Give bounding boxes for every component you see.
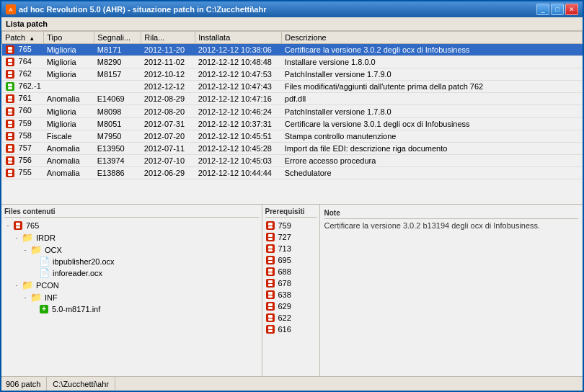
prereq-item[interactable]: 629 — [265, 300, 317, 312]
tree-item[interactable]: -📁IRDR — [4, 231, 259, 244]
tree-label: inforeader.ocx — [53, 269, 102, 277]
svg-rect-40 — [268, 226, 273, 228]
table-row[interactable]: 762.-1 2012-12-12 2012-12-12 10:47:43 Fi… — [2, 81, 583, 93]
patch-icon — [5, 107, 15, 117]
tree-label: ibpublisher20.ocx — [53, 257, 115, 266]
svg-rect-26 — [8, 149, 12, 151]
cell-segnali: E13974 — [94, 154, 141, 166]
patch-icon — [5, 143, 15, 153]
table-row[interactable]: 761 Anomalia E14069 2012-08-29 2012-12-1… — [2, 93, 583, 105]
tree-item[interactable]: +5.0-m8171.inf — [4, 303, 259, 315]
patch-icon — [5, 168, 15, 178]
tree-expand[interactable]: - — [22, 246, 29, 254]
prereq-item[interactable]: 695 — [265, 254, 317, 266]
cell-rilascio: 2012-12-12 — [141, 81, 195, 93]
tree-icon: 📄 — [39, 257, 50, 267]
prereq-icon — [265, 313, 275, 323]
svg-rect-20 — [8, 125, 12, 127]
prereq-item[interactable]: 713 — [265, 243, 317, 254]
tree-icon: 📁 — [30, 244, 42, 255]
cell-patch: 765 — [2, 44, 44, 56]
main-table-container[interactable]: Patch ▲ Tipo Segnali... Rila... Installa… — [1, 31, 583, 204]
table-row[interactable]: 756 Anomalia E13974 2012-07-10 2012-12-1… — [2, 154, 583, 166]
svg-rect-57 — [268, 292, 273, 295]
tree-expand[interactable]: - — [13, 234, 20, 241]
tree-icon: + — [39, 304, 49, 314]
cell-rilascio: 2012-07-31 — [141, 117, 195, 130]
table-row[interactable]: 762 Miglioria M8157 2012-10-12 2012-12-1… — [2, 68, 583, 81]
tree-expand[interactable]: - — [22, 294, 29, 301]
table-row[interactable]: 758 Fiscale M7950 2012-07-20 2012-12-12 … — [2, 130, 583, 142]
tree-item[interactable]: -📁INF — [4, 291, 259, 303]
cell-descrizione: Files modificati/aggiunti dall'utente pr… — [282, 81, 583, 93]
tree-item[interactable]: -765 — [4, 220, 259, 231]
prereq-icon — [265, 220, 275, 231]
tree-label: 5.0-m8171.inf — [52, 305, 100, 313]
prereq-list: 759727713695688678638629622616 — [265, 220, 317, 335]
table-row[interactable]: 757 Anomalia E13950 2012-07-11 2012-12-1… — [2, 142, 583, 154]
col-header-rilascio[interactable]: Rila... — [141, 32, 195, 44]
cell-descrizione: PatchInstaller versione 1.7.9.0 — [282, 68, 583, 81]
svg-rect-49 — [268, 261, 273, 263]
tree-icon — [13, 220, 23, 231]
col-header-patch[interactable]: Patch ▲ — [2, 32, 44, 44]
prereq-label: 713 — [278, 244, 291, 253]
table-row[interactable]: 764 Miglioria M8290 2012-11-02 2012-12-1… — [2, 56, 583, 68]
prereq-item[interactable]: 616 — [265, 324, 317, 335]
tree-label: IRDR — [36, 233, 56, 242]
cell-descrizione: Installare versione 1.8.0.0 — [282, 56, 583, 68]
tree-expand[interactable]: - — [4, 222, 12, 229]
svg-rect-63 — [268, 315, 273, 318]
cell-patch: 762 — [2, 68, 44, 81]
svg-rect-52 — [268, 272, 273, 275]
cell-descrizione: Errore accesso procedura — [282, 154, 583, 166]
table-row[interactable]: 759 Miglioria M8051 2012-07-31 2012-12-1… — [2, 117, 583, 130]
cell-segnali: M8098 — [94, 105, 141, 117]
cell-installata: 2012-12-12 10:37:31 — [195, 117, 282, 130]
cell-segnali — [94, 81, 141, 93]
cell-installata: 2012-12-12 10:48:48 — [195, 56, 282, 68]
minimize-button[interactable]: _ — [536, 4, 549, 15]
cell-installata: 2012-12-12 10:45:03 — [195, 154, 282, 166]
prereq-item[interactable]: 688 — [265, 266, 317, 277]
patch-icon — [5, 94, 15, 104]
cell-rilascio: 2012-11-02 — [141, 56, 195, 68]
table-row[interactable]: 765 Miglioria M8171 2012-11-20 2012-12-1… — [2, 44, 583, 56]
svg-rect-46 — [268, 249, 273, 251]
svg-rect-35 — [16, 226, 20, 228]
prereq-item[interactable]: 678 — [265, 277, 317, 289]
prereq-item[interactable]: 759 — [265, 220, 317, 231]
cell-descrizione: Stampa controllo manutenzione — [282, 130, 583, 142]
svg-rect-11 — [8, 87, 12, 89]
prereq-item[interactable]: 727 — [265, 231, 317, 243]
patch-table: Patch ▲ Tipo Segnali... Rila... Installa… — [1, 31, 583, 179]
svg-rect-2 — [8, 50, 12, 53]
maximize-button[interactable]: □ — [551, 4, 564, 15]
close-button[interactable]: ✕ — [565, 4, 578, 15]
prereq-item[interactable]: 638 — [265, 289, 317, 300]
col-header-descrizione[interactable]: Descrizione — [282, 32, 583, 44]
prereq-item[interactable]: 622 — [265, 312, 317, 324]
table-row[interactable]: 755 Anomalia E13886 2012-06-29 2012-12-1… — [2, 166, 583, 179]
col-header-segnali[interactable]: Segnali... — [94, 32, 141, 44]
cell-rilascio: 2012-07-20 — [141, 130, 195, 142]
table-row[interactable]: 760 Miglioria M8098 2012-08-20 2012-12-1… — [2, 105, 583, 117]
table-body: 765 Miglioria M8171 2012-11-20 2012-12-1… — [2, 44, 583, 179]
svg-rect-1 — [8, 47, 12, 50]
tree-item[interactable]: -📁PCON — [4, 279, 259, 291]
col-header-installata[interactable]: Installata — [195, 32, 282, 44]
col-header-tipo[interactable]: Tipo — [44, 32, 94, 44]
cell-segnali: M8171 — [94, 44, 141, 56]
prereq-label: 622 — [278, 313, 291, 322]
svg-rect-10 — [8, 84, 12, 86]
tree-item[interactable]: 📄inforeader.ocx — [4, 267, 259, 279]
table-header: Patch ▲ Tipo Segnali... Rila... Installa… — [2, 32, 583, 44]
cell-installata: 2012-12-12 10:45:51 — [195, 130, 282, 142]
tree-expand[interactable]: - — [13, 282, 20, 289]
tree-item[interactable]: -📁OCX — [4, 244, 259, 256]
cell-segnali: M8051 — [94, 117, 141, 130]
tree-item[interactable]: 📄ibpublisher20.ocx — [4, 256, 259, 267]
prereq-icon — [265, 278, 275, 288]
cell-patch: 758 — [2, 130, 44, 142]
svg-rect-17 — [8, 112, 12, 115]
